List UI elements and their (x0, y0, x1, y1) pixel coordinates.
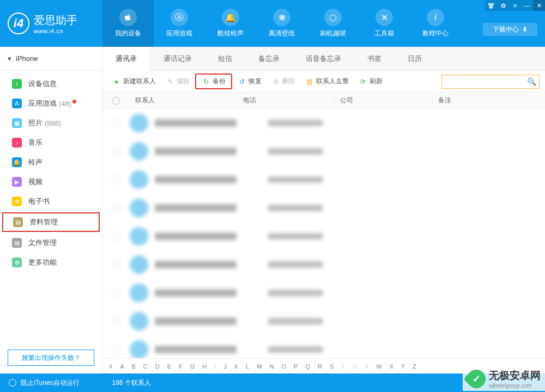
sidebar-item-2[interactable]: ▦照片 (886) (0, 113, 102, 133)
alpha-I[interactable]: I (214, 363, 216, 370)
shirt-icon[interactable]: 👕 (485, 0, 497, 11)
subtab-6[interactable]: 日历 (395, 47, 435, 70)
alpha-L[interactable]: L (246, 363, 249, 370)
sidebar-item-6[interactable]: ≣电子书 (0, 192, 102, 211)
sidebar-item-3[interactable]: ♪音乐 (0, 133, 102, 152)
close-button[interactable]: ✕ (533, 0, 545, 11)
sidebar-icon: A (12, 99, 22, 108)
sidebar-item-0[interactable]: i设备信息 (0, 74, 102, 94)
select-all-checkbox[interactable] (112, 97, 120, 105)
alpha-Y[interactable]: Y (401, 363, 405, 370)
search-icon[interactable]: 🔍 (527, 77, 536, 86)
nav-wallpapers[interactable]: ❋高清壁纸 (256, 0, 307, 47)
contact-row[interactable] (102, 307, 545, 335)
flower-icon: ❋ (273, 9, 290, 26)
alpha-S[interactable]: S (330, 363, 334, 370)
sidebar-icon: ▶ (12, 177, 22, 187)
contact-row[interactable] (102, 335, 545, 358)
alpha-J[interactable]: J (223, 363, 227, 370)
nav-my-device[interactable]: 我的设备 (102, 0, 154, 47)
prevent-itunes-label[interactable]: 阻止iTunes自动运行 (21, 378, 80, 388)
avatar (130, 255, 148, 274)
sidebar-item-7[interactable]: ▤资料管理 (2, 212, 100, 232)
alpha-D[interactable]: D (155, 363, 160, 370)
download-center-button[interactable]: 下载中心 ⬇ (483, 23, 537, 36)
contact-row[interactable] (102, 194, 545, 222)
subtab-2[interactable]: 短信 (205, 47, 245, 70)
alpha-G[interactable]: G (190, 363, 195, 370)
refresh-icon: ⟳ (359, 77, 367, 85)
col-contact[interactable]: 联系人 (130, 96, 238, 105)
subtabs: 通讯录通话记录短信备忘录语音备忘录书签日历 (102, 47, 545, 71)
alpha-A[interactable]: A (120, 363, 124, 370)
alpha-H[interactable]: H (202, 363, 207, 370)
menu-icon[interactable]: ≡ (509, 0, 521, 11)
contact-row[interactable] (102, 137, 545, 166)
alpha-Z[interactable]: Z (413, 363, 416, 370)
minimize-button[interactable]: — (521, 0, 533, 11)
toggle-icon[interactable] (9, 379, 16, 387)
avatar (130, 284, 148, 302)
search-box[interactable]: 🔍 (441, 75, 540, 89)
sidebar-item-5[interactable]: ▶视频 (0, 172, 102, 192)
alpha-R[interactable]: R (318, 363, 322, 370)
device-selector[interactable]: ▾ iPhone (0, 47, 102, 71)
alpha-E[interactable]: E (167, 363, 171, 370)
col-note[interactable]: 备注 (433, 96, 545, 105)
watermark: 无极安卓网 wjhotelgroup.com (463, 366, 545, 391)
contact-row[interactable] (102, 279, 545, 307)
nav-apps[interactable]: Ⓐ应用游戏 (154, 0, 205, 47)
edit-button[interactable]: ✎编辑 (161, 75, 194, 88)
alpha-V[interactable]: V (365, 363, 368, 370)
subtab-1[interactable]: 通话记录 (150, 47, 205, 70)
logo-icon: i4 (8, 13, 29, 34)
alpha-U[interactable]: U (353, 363, 357, 370)
subtab-4[interactable]: 语音备忘录 (293, 47, 354, 70)
alpha-X[interactable]: X (390, 363, 393, 370)
alpha-N[interactable]: N (270, 363, 274, 370)
restore-button[interactable]: ↺恢复 (233, 75, 266, 88)
refresh-button[interactable]: ⟳刷新 (354, 75, 387, 88)
nav-tutorials[interactable]: i教程中心 (410, 0, 461, 47)
sidebar-item-8[interactable]: ▤文件管理 (0, 233, 102, 253)
contact-row[interactable] (102, 109, 545, 137)
alpha-T[interactable]: T (341, 363, 345, 370)
contact-row[interactable] (102, 166, 545, 194)
nav-jailbreak[interactable]: ⬡刷机越狱 (307, 0, 359, 47)
new-contact-button[interactable]: ●新建联系人 (108, 75, 160, 88)
sidebar-item-9[interactable]: ⊕更多功能 (0, 253, 102, 272)
sidebar-item-4[interactable]: 🔔铃声 (0, 152, 102, 172)
alpha-P[interactable]: P (294, 363, 298, 370)
settings-icon[interactable]: ✿ (497, 0, 509, 11)
alpha-C[interactable]: C (143, 363, 148, 370)
sidebar-icon: ≣ (12, 197, 22, 206)
alpha-O[interactable]: O (281, 363, 286, 370)
dedupe-button[interactable]: ▥联系人去重 (301, 75, 353, 88)
alpha-B[interactable]: B (131, 363, 135, 370)
alpha-K[interactable]: K (234, 363, 238, 370)
restore-icon: ↺ (238, 77, 246, 85)
alpha-Q[interactable]: Q (305, 363, 310, 370)
alpha-W[interactable]: W (376, 363, 382, 370)
faq-link[interactable]: 频繁出现操作失败？ (8, 350, 94, 366)
col-company[interactable]: 公司 (335, 96, 433, 105)
alpha-#[interactable]: # (109, 363, 112, 370)
backup-button[interactable]: ↻备份 (195, 74, 232, 89)
bell-icon: 🔔 (222, 9, 239, 26)
plus-icon: ● (112, 77, 120, 85)
watermark-icon (467, 370, 486, 388)
subtab-3[interactable]: 备忘录 (245, 47, 293, 70)
sidebar-item-1[interactable]: A应用游戏 (48) (0, 94, 102, 113)
subtab-5[interactable]: 书签 (354, 47, 395, 70)
contact-row[interactable] (102, 250, 545, 279)
col-phone[interactable]: 电话 (238, 96, 335, 105)
alpha-M[interactable]: M (257, 363, 262, 370)
sidebar-icon: i (12, 79, 22, 89)
alpha-F[interactable]: F (179, 363, 183, 370)
nav-ringtones[interactable]: 🔔酷炫铃声 (205, 0, 256, 47)
nav-toolbox[interactable]: ✕工具箱 (359, 0, 410, 47)
contact-row[interactable] (102, 222, 545, 250)
delete-button[interactable]: ⊘删除 (267, 75, 300, 88)
subtab-0[interactable]: 通讯录 (102, 47, 150, 70)
search-input[interactable] (445, 78, 527, 85)
